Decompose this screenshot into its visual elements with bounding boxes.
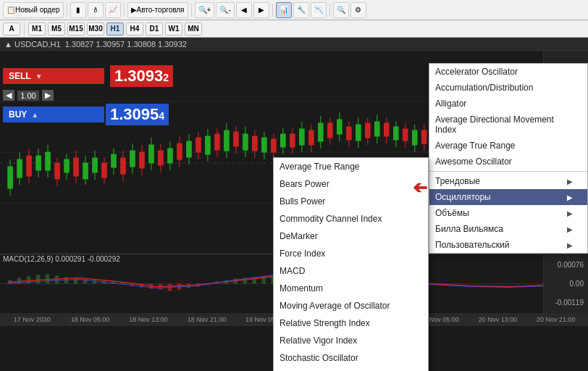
sell-row: SELL ▼ 1.30 93 2 <box>3 65 173 87</box>
chart-type-candle[interactable]: 🕯 <box>88 2 104 18</box>
menu-item-accumulation[interactable]: Accumulation/Distribution <box>429 80 587 96</box>
time-label-3: 18 Nov 13:00 <box>119 316 177 323</box>
menu-item-alligator[interactable]: Alligator <box>429 96 587 112</box>
menu-item-volumes[interactable]: Объёмы ▶ <box>429 205 587 221</box>
separator-3 <box>191 4 192 17</box>
macd-scale-3: -0.00119 <box>545 299 587 307</box>
oscillators-arrow: ▶ <box>567 193 573 201</box>
tf-a[interactable]: A <box>3 22 20 36</box>
custom-arrow: ▶ <box>567 241 573 249</box>
chart-symbol-label: ▲ USDCAD,H1 1.30827 1.30957 1.30808 1.30… <box>4 40 187 49</box>
osc-momentum[interactable]: Momentum <box>274 280 428 297</box>
timeframe-toolbar: A M1 M5 M15 M30 H1 H4 D1 W1 MN <box>0 20 588 38</box>
lot-down-btn[interactable]: ◀ <box>3 90 14 101</box>
separator-2 <box>124 4 125 17</box>
separator-1 <box>67 4 67 17</box>
tf-mn[interactable]: MN <box>185 22 202 36</box>
chart-type-bar[interactable]: ▮ <box>70 2 86 18</box>
lot-up-btn[interactable]: ▶ <box>42 90 54 101</box>
new-order-button[interactable]: 📋 Новый ордер <box>3 2 64 18</box>
scroll-right-button[interactable]: ▶ <box>253 2 269 18</box>
tf-h1[interactable]: H1 <box>106 22 124 36</box>
tf-m5[interactable]: M5 <box>48 22 65 36</box>
osc-rsi[interactable]: Relative Strength Index <box>274 314 428 332</box>
zoom-out-button[interactable]: 🔍- <box>216 2 234 18</box>
osc-bears[interactable]: Bears Power <box>274 175 428 193</box>
menu-item-admi[interactable]: Average Directional Movement Index <box>429 112 587 138</box>
osc-rvi[interactable]: Relative Vigor Index <box>274 332 428 349</box>
new-order-icon: 📋 <box>7 6 15 14</box>
scroll-left-button[interactable]: ◀ <box>236 2 252 18</box>
tf-d1[interactable]: D1 <box>146 22 163 36</box>
williams-arrow: ▶ <box>567 225 573 233</box>
buy-label: BUY <box>9 109 27 120</box>
trading-panel: SELL ▼ 1.30 93 2 ◀ 1.00 ▶ BUY ▲ <box>3 65 173 125</box>
buy-arrow-up: ▲ <box>31 111 38 119</box>
macd-scale-1: 0.00076 <box>545 261 587 269</box>
time-label-9: 20 Nov 13:00 <box>469 316 526 323</box>
buy-button[interactable]: BUY ▲ <box>3 107 104 122</box>
osc-stochastic[interactable]: Stochastic Oscillator <box>274 349 428 367</box>
separator-5 <box>329 4 330 17</box>
buy-row: BUY ▲ 1.30 95 4 <box>3 104 173 125</box>
indicators-button[interactable]: 📊 <box>276 2 292 18</box>
sell-arrow-down: ▼ <box>35 72 43 80</box>
osc-williams[interactable]: Williams' Percent Range <box>274 367 428 371</box>
menu-item-atr-main[interactable]: Average True Range <box>429 138 587 154</box>
chart-header: ▲ USDCAD,H1 1.30827 1.30957 1.30808 1.30… <box>0 38 588 51</box>
tf-m1[interactable]: M1 <box>28 22 46 36</box>
sell-price-display: 1.30 93 2 <box>110 65 173 87</box>
macd-header: MACD(12,26,9) 0.000291 -0.000292 <box>0 254 123 264</box>
menu-item-accelerator[interactable]: Accelerator Oscillator <box>429 64 587 80</box>
main-indicators-menu: Accelerator Oscillator Accumulation/Dist… <box>429 63 588 254</box>
sell-label: SELL <box>9 71 31 81</box>
auto-trading-icon: ▶ <box>131 6 137 14</box>
trendovye-arrow: ▶ <box>567 178 573 186</box>
macd-scale: 0.00076 0.00 -0.00119 <box>543 254 588 313</box>
main-toolbar: 📋 Новый ордер ▮ 🕯 📈 ▶ Авто-торговля 🔍+ 🔍… <box>0 0 588 20</box>
lot-value: 1.00 <box>17 91 39 101</box>
menu-item-williams[interactable]: Билла Вильямса ▶ <box>429 221 587 237</box>
osc-atr[interactable]: Average True Range <box>274 158 428 175</box>
time-label-10: 20 Nov 21:00 <box>527 316 585 323</box>
lot-row: ◀ 1.00 ▶ <box>3 90 173 101</box>
chart-type-line[interactable]: 📈 <box>105 2 121 18</box>
osc-cci[interactable]: Commodity Channel Index <box>274 210 428 228</box>
macd-scale-2: 0.00 <box>545 280 587 288</box>
tf-w1[interactable]: W1 <box>165 22 182 36</box>
osc-force[interactable]: Force Index <box>274 245 428 262</box>
menu-item-trendovye[interactable]: Трендовые ▶ <box>429 173 587 189</box>
osc-macd[interactable]: MACD <box>274 262 428 280</box>
menu-item-custom[interactable]: Пользовательский ▶ <box>429 237 587 253</box>
svg-rect-133 <box>46 274 49 283</box>
menu-item-oscillators[interactable]: Осцилляторы ▶ <box>429 189 587 205</box>
tf-m30[interactable]: M30 <box>87 22 104 36</box>
menu-sep-1 <box>429 171 587 172</box>
oscillators-submenu: Average True Range Bears Power Bulls Pow… <box>273 157 429 371</box>
time-label-4: 18 Nov 21:00 <box>177 316 235 323</box>
zoom-in-button[interactable]: 🔍+ <box>195 2 215 18</box>
search-button[interactable]: 🔍 <box>333 2 349 18</box>
template-button[interactable]: 🔧 <box>293 2 309 18</box>
volumes-arrow: ▶ <box>567 209 573 217</box>
time-label-2: 18 Nov 05:00 <box>61 316 119 323</box>
osc-demarker[interactable]: DeMarker <box>274 228 428 245</box>
tf-h4[interactable]: H4 <box>126 22 143 36</box>
time-label-1: 17 Nov 2020 <box>3 316 61 323</box>
menu-item-awesome[interactable]: Awesome Oscillator <box>429 154 587 170</box>
tf-m15[interactable]: M15 <box>67 22 85 36</box>
period-sep-button[interactable]: 📉 <box>311 2 327 18</box>
auto-trading-button[interactable]: ▶ Авто-торговля <box>127 2 188 18</box>
buy-price-display: 1.30 95 4 <box>106 104 169 125</box>
sell-button[interactable]: SELL ▼ <box>3 68 104 84</box>
sep-tf <box>24 22 25 36</box>
osc-bulls[interactable]: Bulls Power <box>274 193 428 210</box>
separator-4 <box>272 4 273 17</box>
osc-mao[interactable]: Moving Average of Oscillator <box>274 297 428 314</box>
properties-button[interactable]: ⚙ <box>350 2 366 18</box>
svg-rect-132 <box>36 275 40 283</box>
